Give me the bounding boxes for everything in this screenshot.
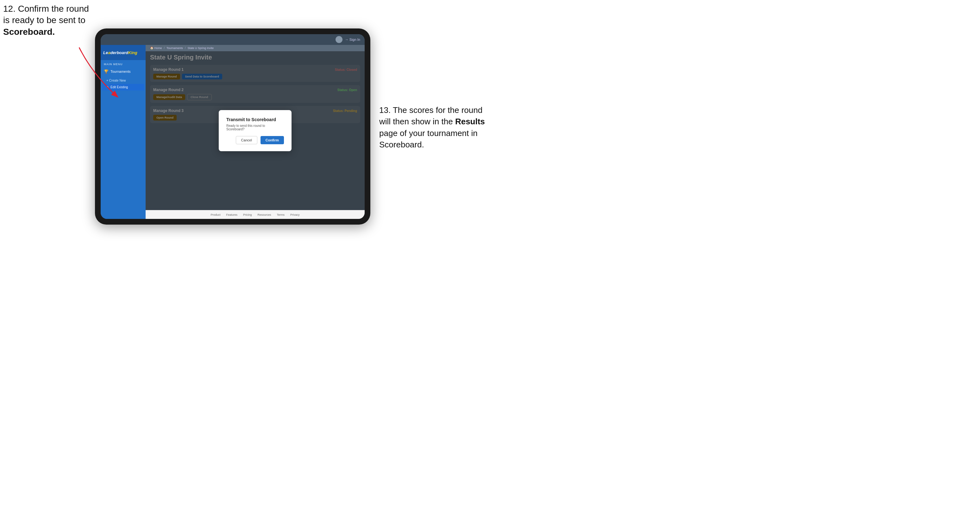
modal-subtitle: Ready to send this round to Scoreboard?: [226, 124, 284, 131]
breadcrumb-home: 🏠 Home: [150, 46, 162, 50]
annotation-step12: 12. Confirm the round is ready to be sen…: [3, 3, 92, 38]
trophy-icon: 🏆: [104, 69, 108, 74]
transmit-modal: Transmit to Scoreboard Ready to send thi…: [219, 110, 291, 151]
sidebar-item-tournaments[interactable]: 🏆 Tournaments: [101, 67, 146, 76]
top-bar: → Sign In: [101, 34, 365, 45]
footer: Product Features Pricing Resources Terms…: [146, 210, 365, 219]
modal-cancel-button[interactable]: Cancel: [236, 136, 257, 144]
sidebar: LeaderboardKing MAIN MENU 🏆 Tournaments …: [101, 45, 146, 219]
main-menu-label: MAIN MENU: [101, 60, 146, 67]
modal-actions: Cancel Confirm: [226, 136, 284, 144]
modal-overlay: Transmit to Scoreboard Ready to send thi…: [146, 51, 365, 210]
sidebar-item-edit-existing[interactable]: ✎ Edit Existing: [102, 84, 144, 90]
tablet-device: → Sign In LeaderboardKing MAIN MENU 🏆 To…: [95, 29, 370, 225]
annotation-step13: 13. The scores for the round will then s…: [379, 105, 487, 151]
tournaments-label: Tournaments: [110, 70, 131, 73]
breadcrumb-event: State U Spring Invite: [188, 46, 214, 50]
avatar-icon: [336, 36, 342, 43]
footer-pricing[interactable]: Pricing: [243, 213, 252, 216]
edit-existing-label: Edit Existing: [110, 86, 128, 89]
sidebar-item-create-new[interactable]: + Create New: [101, 77, 146, 84]
main-layout: LeaderboardKing MAIN MENU 🏆 Tournaments …: [101, 45, 365, 219]
footer-privacy[interactable]: Privacy: [290, 213, 300, 216]
logo-area: LeaderboardKing: [101, 45, 146, 60]
footer-features[interactable]: Features: [226, 213, 237, 216]
content-inner: State U Spring Invite Manage Round 1 Sta…: [146, 51, 365, 210]
modal-confirm-button[interactable]: Confirm: [261, 136, 284, 144]
edit-icon: ✎: [107, 86, 109, 89]
footer-terms[interactable]: Terms: [277, 213, 285, 216]
tablet-screen: → Sign In LeaderboardKing MAIN MENU 🏆 To…: [101, 34, 365, 219]
create-new-label: + Create New: [107, 79, 126, 82]
footer-resources[interactable]: Resources: [258, 213, 271, 216]
sidebar-sub-menu: + Create New ✎ Edit Existing: [101, 76, 146, 92]
signin-link[interactable]: → Sign In: [345, 38, 360, 41]
footer-product[interactable]: Product: [210, 213, 220, 216]
logo: LeaderboardKing: [103, 50, 137, 55]
modal-title: Transmit to Scoreboard: [226, 117, 284, 122]
breadcrumb-tournaments: Tournaments: [167, 46, 183, 50]
content-area: 🏠 Home / Tournaments / State U Spring In…: [146, 45, 365, 219]
breadcrumb: 🏠 Home / Tournaments / State U Spring In…: [146, 45, 365, 51]
